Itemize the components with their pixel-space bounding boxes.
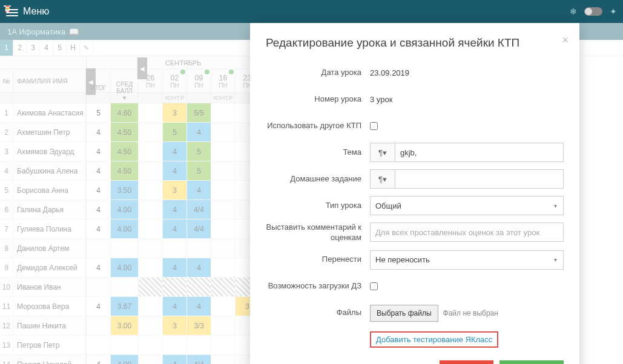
- label-other-ktp: Использовать другое КТП: [266, 121, 370, 131]
- close-icon[interactable]: ×: [562, 34, 569, 47]
- checkbox-other-ktp[interactable]: [370, 122, 378, 130]
- toggle-switch[interactable]: [584, 7, 602, 16]
- topic-input[interactable]: [395, 143, 564, 162]
- modal-title: Редактирование урока и связанной ячейки …: [266, 36, 564, 50]
- delete-button[interactable]: Удалить: [440, 360, 493, 364]
- checkbox-upload-hw[interactable]: [370, 282, 378, 290]
- label-date: Дата урока: [266, 68, 370, 78]
- label-comment: Выставить комментарий к оценкам: [266, 223, 370, 243]
- lesson-type-select[interactable]: Общий: [370, 196, 564, 215]
- label-lesson-num: Номер урока: [266, 94, 370, 105]
- transfer-select[interactable]: Не переносить: [370, 250, 564, 270]
- no-file-label: Файл не выбран: [443, 309, 498, 317]
- label-transfer: Перенести: [266, 255, 370, 265]
- snowflake-icon: ❄: [570, 7, 577, 16]
- label-files: Файлы: [266, 308, 370, 318]
- menu-icon[interactable]: 🎅: [6, 7, 18, 16]
- format-button-hw[interactable]: ¶▾: [370, 169, 395, 189]
- wand-icon[interactable]: ✦: [610, 7, 617, 16]
- choose-files-button[interactable]: Выбрать файлы: [370, 305, 438, 322]
- add-yaklass-link[interactable]: Добавить тестирование ЯКласс: [370, 331, 498, 348]
- label-homework: Домашнее задание: [266, 174, 370, 184]
- save-button[interactable]: Сохранить: [499, 360, 564, 364]
- app-header: 🎅 Меню ❄ ✦: [0, 0, 623, 23]
- format-button[interactable]: ¶▾: [370, 143, 395, 162]
- label-lesson-type: Тип урока: [266, 201, 370, 211]
- menu-label: Меню: [23, 6, 49, 17]
- comment-input[interactable]: [370, 223, 564, 242]
- value-date: 23.09.2019: [370, 68, 564, 77]
- homework-input[interactable]: [395, 169, 564, 189]
- value-lesson-num: 3 урок: [370, 95, 564, 104]
- label-topic: Тема: [266, 148, 370, 158]
- edit-lesson-modal: × Редактирование урока и связанной ячейк…: [250, 23, 579, 364]
- label-upload-hw: Возможность загрузки ДЗ: [266, 281, 370, 291]
